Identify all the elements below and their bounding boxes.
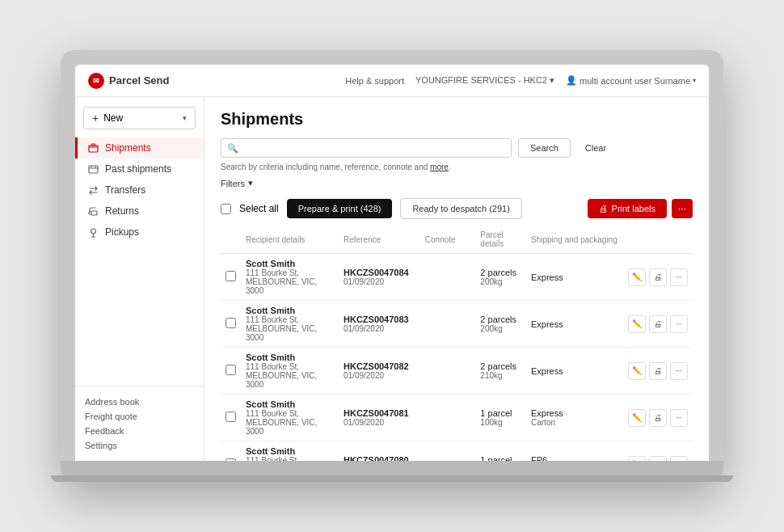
row-checkbox[interactable] <box>226 412 236 422</box>
search-button[interactable]: Search <box>518 138 571 158</box>
sidebar-item-transfers[interactable]: Transfers <box>75 179 204 201</box>
help-link[interactable]: Help & support <box>345 76 404 86</box>
search-input[interactable] <box>221 138 512 158</box>
table-row: Scott Smith 111 Bourke St, MELBOURNE, VI… <box>221 254 693 301</box>
recipient-address: 111 Bourke St, MELBOURNE, VIC, 3000 <box>246 456 334 461</box>
shipping-type: Express <box>531 408 618 418</box>
recipient-cell: Scott Smith 111 Bourke St, MELBOURNE, VI… <box>241 254 339 301</box>
shipments-table: Recipient details Reference Connote Parc… <box>221 227 693 461</box>
shipping-cell: Express <box>526 348 623 395</box>
edit-button[interactable]: ✏️ <box>628 456 646 462</box>
reference-id: HKCZS0047080 <box>344 455 415 461</box>
sidebar-item-returns-label: Returns <box>105 205 139 217</box>
row-actions: ✏️ 🖨 ··· <box>628 456 688 462</box>
sidebar-item-past-shipments-label: Past shipments <box>105 163 171 175</box>
table-row: Scott Smith 111 Bourke St, MELBOURNE, VI… <box>221 441 693 462</box>
recipient-name: Scott Smith <box>246 399 334 409</box>
select-all-checkbox[interactable] <box>221 204 231 214</box>
filters-label: Filters <box>221 179 245 188</box>
row-actions: ✏️ 🖨 ··· <box>628 268 688 286</box>
user-label: multi account user Surname <box>580 76 690 86</box>
user-caret-icon: ▾ <box>693 77 696 84</box>
col-connote: Connote <box>420 227 476 254</box>
more-button[interactable]: ··· <box>670 456 688 462</box>
svg-rect-0 <box>89 146 98 152</box>
past-shipments-icon <box>87 163 99 175</box>
actions-cell: ✏️ 🖨 ··· <box>623 441 693 462</box>
pickups-icon <box>87 226 99 238</box>
clear-button[interactable]: Clear <box>577 139 614 157</box>
row-checkbox[interactable] <box>226 458 236 461</box>
account-selector[interactable]: YOUNGFIRE SERVICES - HKC2 ▾ <box>415 75 554 86</box>
col-recipient: Recipient details <box>241 227 339 254</box>
reference-cell: HKCZS0047084 01/09/2020 <box>339 254 420 301</box>
sidebar-item-pickups[interactable]: Pickups <box>75 222 204 243</box>
address-book-link[interactable]: Address book <box>85 395 194 409</box>
more-button[interactable]: ··· <box>670 362 688 380</box>
parcel-weight: 100kg <box>480 418 521 427</box>
sidebar-item-shipments-label: Shipments <box>105 142 151 154</box>
select-all-label: Select all <box>239 203 279 214</box>
connote-cell <box>420 348 476 395</box>
more-button[interactable]: ··· <box>670 268 688 286</box>
print-button[interactable]: 🖨 <box>649 456 667 462</box>
sidebar: + New ▾ Shipments <box>75 97 204 461</box>
sidebar-item-returns[interactable]: Returns <box>75 201 204 222</box>
settings-link[interactable]: Settings <box>85 438 194 453</box>
row-checkbox-cell <box>221 348 241 395</box>
reference-cell: HKCZS0047080 01/09/2020 <box>339 441 420 462</box>
edit-button[interactable]: ✏️ <box>628 268 646 286</box>
row-actions: ✏️ 🖨 ··· <box>628 409 688 427</box>
row-checkbox[interactable] <box>226 365 236 375</box>
row-checkbox[interactable] <box>226 271 236 281</box>
user-menu[interactable]: 👤 multi account user Surname ▾ <box>566 75 696 86</box>
filters-chevron-icon: ▾ <box>248 178 253 188</box>
svg-rect-3 <box>91 211 97 215</box>
shipping-type: FP6 <box>531 455 618 461</box>
print-button[interactable]: 🖨 <box>649 268 667 286</box>
table-row: Scott Smith 111 Bourke St, MELBOURNE, VI… <box>221 348 693 395</box>
ready-despatch-button[interactable]: Ready to despatch (291) <box>400 198 521 219</box>
more-button[interactable]: ··· <box>670 409 688 427</box>
new-button[interactable]: + New ▾ <box>83 107 196 129</box>
more-actions-button[interactable]: ··· <box>672 199 693 218</box>
recipient-cell: Scott Smith 111 Bourke St, MELBOURNE, VI… <box>241 348 339 395</box>
edit-button[interactable]: ✏️ <box>628 315 646 333</box>
print-button[interactable]: 🖨 <box>649 315 667 333</box>
edit-button[interactable]: ✏️ <box>628 409 646 427</box>
more-link[interactable]: more <box>430 163 449 171</box>
app-body: + New ▾ Shipments <box>75 97 709 461</box>
reference-cell: HKCZS0047081 01/09/2020 <box>339 395 420 441</box>
shipping-cell: Express Carton <box>526 395 623 441</box>
parcel-cell: 2 parcels 210kg <box>475 348 526 395</box>
print-button[interactable]: 🖨 <box>649 362 667 380</box>
prepare-print-button[interactable]: Prepare & print (428) <box>287 199 393 218</box>
parcel-count: 2 parcels <box>480 268 521 277</box>
filters-row[interactable]: Filters ▾ <box>221 178 693 188</box>
actions-cell: ✏️ 🖨 ··· <box>623 254 693 301</box>
sidebar-item-shipments[interactable]: Shipments <box>75 137 204 158</box>
table-row: Scott Smith 111 Bourke St, MELBOURNE, VI… <box>221 395 693 441</box>
sidebar-bottom: Address book Freight quote Feedback Sett… <box>75 386 204 461</box>
parcel-weight: 210kg <box>480 371 521 380</box>
row-checkbox-cell <box>221 301 241 348</box>
more-button[interactable]: ··· <box>670 315 688 333</box>
reference-id: HKCZS0047084 <box>344 268 415 277</box>
parcel-cell: 2 parcels 200kg <box>475 254 526 301</box>
plus-icon: + <box>92 112 99 125</box>
print-button[interactable]: 🖨 <box>649 409 667 427</box>
print-labels-button[interactable]: 🖨 Print labels <box>588 199 667 218</box>
shipping-cell: Express <box>526 254 623 301</box>
account-label: YOUNGFIRE SERVICES - HKC2 <box>415 75 547 85</box>
sidebar-item-past-shipments[interactable]: Past shipments <box>75 158 204 179</box>
logo-text: Parcel Send <box>109 74 169 87</box>
feedback-link[interactable]: Feedback <box>85 424 194 438</box>
row-actions: ✏️ 🖨 ··· <box>628 362 688 380</box>
row-checkbox[interactable] <box>226 318 236 328</box>
recipient-cell: Scott Smith 111 Bourke St, MELBOURNE, VI… <box>241 301 339 348</box>
freight-quote-link[interactable]: Freight quote <box>85 409 194 424</box>
reference-date: 01/09/2020 <box>344 418 415 427</box>
page-title: Shipments <box>221 110 693 129</box>
recipient-cell: Scott Smith 111 Bourke St, MELBOURNE, VI… <box>241 395 339 441</box>
edit-button[interactable]: ✏️ <box>628 362 646 380</box>
